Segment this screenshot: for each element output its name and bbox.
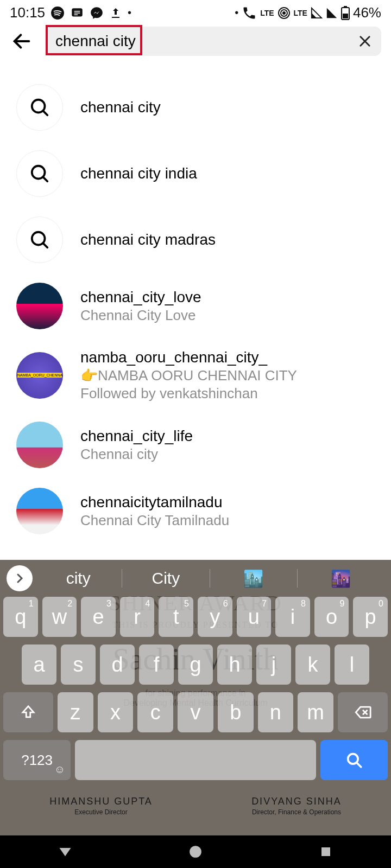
key-n[interactable]: n <box>258 692 294 732</box>
svg-rect-6 <box>344 6 347 8</box>
spotify-icon <box>51 6 65 20</box>
search-results: chennai city chennai city india chennai … <box>0 59 391 588</box>
symbols-key[interactable]: ?123 ☺ <box>3 740 71 780</box>
svg-rect-13 <box>321 847 330 856</box>
nav-back[interactable] <box>54 841 76 863</box>
suggestion-word[interactable]: city <box>35 569 122 588</box>
account-meta: Followed by venkatshinchan <box>80 385 297 402</box>
avatar <box>16 352 63 399</box>
suggestion-item[interactable]: chennai city <box>0 74 391 141</box>
backspace-key[interactable] <box>338 692 388 732</box>
keyboard: SHINER AWARD THIS IS PROUDLY PRESENTED T… <box>0 560 391 835</box>
nav-home[interactable] <box>185 841 206 863</box>
suggestion-emoji[interactable]: 🌆 <box>298 569 384 588</box>
account-display: Chennai city <box>80 446 193 463</box>
account-result[interactable]: chennai_city_life Chennai city <box>0 412 391 478</box>
key-w[interactable]: w2 <box>42 597 77 637</box>
key-u[interactable]: u7 <box>237 597 272 637</box>
signal-icon <box>311 7 323 19</box>
search-header <box>0 23 391 59</box>
key-y[interactable]: y6 <box>198 597 232 637</box>
svg-rect-7 <box>343 14 348 18</box>
key-p[interactable]: p0 <box>353 597 388 637</box>
volte-call-icon <box>242 5 257 21</box>
nav-recent[interactable] <box>315 841 337 863</box>
svg-point-2 <box>283 12 285 14</box>
key-k[interactable]: k <box>295 644 330 685</box>
avatar <box>16 488 63 534</box>
more-dot-icon: • <box>128 7 131 19</box>
key-row: z x c v b n m <box>3 692 388 732</box>
key-r[interactable]: r4 <box>120 597 155 637</box>
suggestion-label: chennai city india <box>80 165 197 182</box>
key-d[interactable]: d <box>100 644 135 685</box>
shift-key[interactable] <box>3 692 53 732</box>
search-icon <box>16 150 63 197</box>
status-time: 10:15 <box>10 4 45 21</box>
key-row: q1 w2 e3 r4 t5 y6 u7 i8 o9 p0 <box>3 597 388 637</box>
expand-suggestions-button[interactable] <box>7 565 33 591</box>
search-icon <box>16 216 63 263</box>
account-username: chennai_city_love <box>80 289 201 306</box>
account-result[interactable]: chennaicitytamilnadu Chennai City Tamiln… <box>0 478 391 544</box>
back-button[interactable] <box>10 29 34 53</box>
key-m[interactable]: m <box>298 692 333 732</box>
battery-icon <box>341 6 350 20</box>
lte-label: LTE <box>260 9 274 17</box>
svg-point-12 <box>190 846 201 858</box>
clear-search-button[interactable] <box>355 31 375 51</box>
key-l[interactable]: l <box>335 644 369 685</box>
suggestion-label: chennai city <box>80 99 161 116</box>
lte-label: LTE <box>294 9 307 17</box>
suggestion-item[interactable]: chennai city madras <box>0 207 391 273</box>
avatar <box>16 283 63 329</box>
search-input[interactable] <box>46 27 381 56</box>
key-i[interactable]: i8 <box>275 597 310 637</box>
account-display: Chennai City Tamilnadu <box>80 512 229 529</box>
key-g[interactable]: g <box>178 644 213 685</box>
navigation-bar <box>0 835 391 868</box>
account-display: Chennai City Love <box>80 307 201 324</box>
search-action-key[interactable] <box>320 740 388 780</box>
hotspot-icon <box>278 7 291 20</box>
upload-icon <box>109 7 122 20</box>
status-bar: 10:15 • • LTE LTE 46% <box>0 0 391 23</box>
suggestion-label: chennai city madras <box>80 231 216 248</box>
key-row: ?123 ☺ <box>3 740 388 780</box>
suggestion-word[interactable]: City <box>122 569 209 588</box>
account-display: 👉NAMBA OORU CHENNAI CITY <box>80 367 297 384</box>
account-result[interactable]: namba_ooru_chennai_city_ 👉NAMBA OORU CHE… <box>0 339 391 412</box>
key-t[interactable]: t5 <box>159 597 193 637</box>
key-h[interactable]: h <box>217 644 252 685</box>
key-j[interactable]: j <box>256 644 291 685</box>
account-username: namba_ooru_chennai_city_ <box>80 349 297 366</box>
key-b[interactable]: b <box>218 692 254 732</box>
messages-icon <box>70 6 84 20</box>
key-z[interactable]: z <box>58 692 93 732</box>
key-s[interactable]: s <box>61 644 96 685</box>
account-result[interactable]: chennai_city_love Chennai City Love <box>0 273 391 339</box>
battery-percent: 46% <box>353 4 381 21</box>
account-username: chennaicitytamilnadu <box>80 494 229 511</box>
suggestion-emoji[interactable]: 🏙️ <box>210 569 297 588</box>
search-icon <box>16 84 63 131</box>
avatar <box>16 422 63 468</box>
suggestion-item[interactable]: chennai city india <box>0 141 391 207</box>
key-x[interactable]: x <box>98 692 134 732</box>
svg-rect-1 <box>72 8 83 16</box>
key-e[interactable]: e3 <box>81 597 116 637</box>
emoji-icon: ☺ <box>54 763 65 776</box>
key-c[interactable]: c <box>137 692 173 732</box>
key-row: a s d f g h j k l <box>3 644 388 685</box>
space-key[interactable] <box>75 740 316 780</box>
messenger-icon <box>90 6 104 20</box>
more-dot-icon: • <box>235 7 238 19</box>
signal-icon <box>326 7 338 19</box>
key-o[interactable]: o9 <box>314 597 349 637</box>
key-q[interactable]: q1 <box>3 597 38 637</box>
keyboard-suggestions: city City 🏙️ 🌆 <box>0 560 391 597</box>
key-f[interactable]: f <box>139 644 174 685</box>
key-a[interactable]: a <box>22 644 56 685</box>
account-username: chennai_city_life <box>80 427 193 445</box>
key-v[interactable]: v <box>178 692 213 732</box>
